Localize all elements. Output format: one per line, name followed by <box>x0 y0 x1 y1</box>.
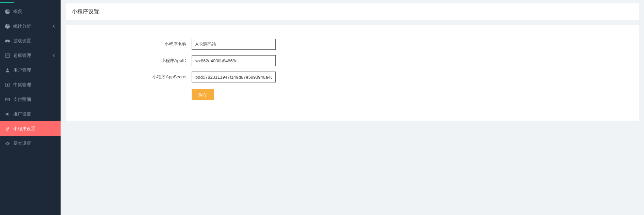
svg-rect-0 <box>5 53 10 57</box>
form-row-name: 小程序名称 <box>73 39 632 50</box>
chevron-left-icon <box>52 54 55 57</box>
link-icon <box>5 126 10 131</box>
sidebar-item-label: 用户管理 <box>13 67 55 73</box>
form-row-secret: 小程序AppSecret <box>73 72 632 82</box>
sidebar-item-label: 基本设置 <box>13 140 55 147</box>
main-content: 小程序设置 小程序名称 小程序AppID 小程序AppSecret 保存 <box>61 0 644 215</box>
sidebar-item-label: 概况 <box>13 9 55 15</box>
sidebar-item-basic-settings[interactable]: 基本设置 <box>0 136 61 151</box>
sidebar-item-label: 小程序设置 <box>13 126 55 132</box>
form-panel: 小程序名称 小程序AppID 小程序AppSecret 保存 <box>66 25 639 121</box>
pie-chart-icon <box>5 9 10 14</box>
sidebar-item-overview[interactable]: 概况 <box>0 4 61 19</box>
form-row-appid: 小程序AppID <box>73 55 632 66</box>
sidebar-item-prize-management[interactable]: 中奖管理 <box>0 77 61 92</box>
secret-input[interactable] <box>192 72 276 82</box>
user-icon <box>5 68 10 73</box>
form-actions: 保存 <box>73 89 632 100</box>
sidebar-item-label: 中奖管理 <box>13 82 55 88</box>
name-input[interactable] <box>192 39 276 50</box>
sidebar-item-label: 统计分析 <box>13 23 52 29</box>
megaphone-icon <box>5 112 10 117</box>
sidebar-item-user-management[interactable]: 用户管理 <box>0 63 61 77</box>
page-header: 小程序设置 <box>66 3 639 20</box>
chevron-left-icon <box>52 25 55 28</box>
sidebar-item-promotion-settings[interactable]: 推广设置 <box>0 107 61 121</box>
sidebar-item-payment-details[interactable]: 支付明细 <box>0 92 61 107</box>
svg-point-3 <box>6 68 8 70</box>
appid-input[interactable] <box>192 55 276 66</box>
badge-icon <box>5 82 10 87</box>
sidebar-item-statistics[interactable]: 统计分析 <box>0 19 61 33</box>
sidebar-item-label: 推广设置 <box>13 111 55 117</box>
card-icon <box>5 97 10 102</box>
save-button[interactable]: 保存 <box>192 89 214 100</box>
svg-rect-6 <box>5 98 10 101</box>
sidebar-item-question-bank[interactable]: 题库管理 <box>0 48 61 63</box>
gear-icon <box>5 141 10 146</box>
sidebar-item-game-settings[interactable]: 游戏设置 <box>0 33 61 48</box>
pie-chart-icon <box>5 24 10 29</box>
sidebar-item-label: 游戏设置 <box>13 38 55 44</box>
sidebar-item-label: 题库管理 <box>13 52 52 59</box>
sidebar-item-label: 支付明细 <box>13 96 55 103</box>
svg-point-5 <box>7 84 8 85</box>
name-label: 小程序名称 <box>73 41 192 47</box>
sidebar: 概况 统计分析 游戏设置 题库管理 <box>0 0 61 215</box>
page-title: 小程序设置 <box>72 8 633 15</box>
secret-label: 小程序AppSecret <box>73 74 192 80</box>
appid-label: 小程序AppID <box>73 58 192 64</box>
brand-indicator <box>0 2 14 3</box>
sidebar-item-miniprogram-settings[interactable]: 小程序设置 <box>0 121 61 136</box>
list-icon <box>5 53 10 58</box>
gamepad-icon <box>5 39 10 43</box>
